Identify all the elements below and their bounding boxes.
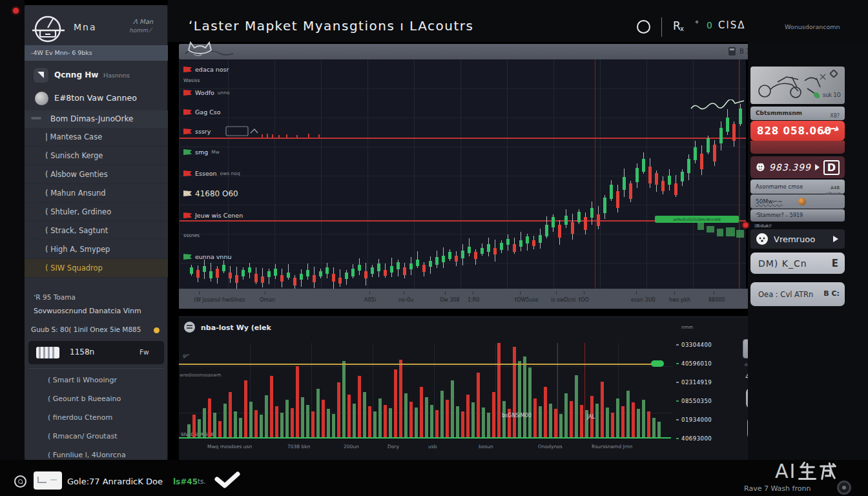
dog-icon	[756, 160, 765, 175]
volume-chart[interactable]	[179, 343, 675, 439]
watchlist-row[interactable]: smgMw	[183, 147, 220, 157]
volume-bar	[642, 400, 645, 437]
volume-bar	[575, 375, 578, 437]
gridline-vertical	[600, 59, 601, 289]
candle	[455, 256, 458, 262]
volume-bar	[409, 402, 413, 437]
sidebar-menu-item[interactable]: ( SIW Squadrop	[25, 259, 168, 278]
chart-toolbar[interactable]: B 1nv I	[179, 44, 846, 59]
section-label: Bom Dimas-JunoOrke	[50, 114, 133, 123]
watchlist-row[interactable]: edaca nosr	[183, 65, 229, 74]
axis-tick	[404, 291, 404, 294]
strip3-left: 50Mw⌐~	[756, 198, 783, 205]
sketch-preview-card[interactable]: suk 1O	[750, 67, 845, 104]
buy-price-button[interactable]: 983.399 D	[750, 156, 845, 178]
watchlist-label: eunna vnnu	[195, 253, 231, 260]
candle	[203, 266, 206, 272]
sidebar-section-row[interactable]: Bom Dimas-JunoOrke	[25, 110, 168, 128]
sell-price-button[interactable]: 828 058.060	[750, 121, 845, 141]
candle	[603, 198, 606, 213]
info-strip-4[interactable]: ʻStammer? ⎯ 5919	[750, 209, 845, 222]
rx-sub-glyph: x	[680, 25, 684, 32]
dm-kcn-button[interactable]: DM) K_Cn E	[750, 253, 845, 274]
sidebar-menu-item[interactable]: ( Rmacan/ Groutast	[25, 427, 168, 446]
volume-bar	[316, 389, 320, 437]
notifications-circle-icon[interactable]	[637, 20, 650, 34]
record-ring-icon[interactable]	[837, 480, 851, 495]
volume-bar	[621, 406, 625, 437]
candlestick-chart[interactable]: edaca nosrWasissWodfounnoGag Csosssrysmg…	[179, 59, 746, 289]
zero-value: 0	[707, 20, 712, 30]
info-line3[interactable]: Guub S: 80( 1inil Onex 5ie M885	[31, 326, 141, 333]
volume-bar	[487, 413, 490, 437]
shield-circle-icon[interactable]	[14, 475, 26, 488]
candle	[371, 267, 374, 274]
candle	[429, 261, 432, 267]
volume-bar	[626, 391, 630, 437]
white-box-icon[interactable]	[34, 471, 62, 490]
volume-bar	[611, 413, 614, 437]
volume-bar	[657, 422, 661, 437]
volume-bar	[291, 408, 294, 437]
sidebar-menu-item[interactable]: | Mantesa Case	[25, 128, 168, 147]
divider	[28, 368, 164, 369]
strip4-text: ʻStammer? ⎯ 5919	[756, 212, 803, 218]
sidebar-menu-item[interactable]: ( High A, Smypep	[25, 240, 168, 259]
sidebar-menu-item[interactable]: ( finerdou Ctenom	[25, 408, 168, 427]
sidebar-menu-item[interactable]: ( Mahun Ansund	[25, 184, 168, 203]
sidebar-user-row[interactable]: E#8ton Vaw Canneo	[25, 88, 168, 110]
open-chart-button[interactable]: Oea : Cvl ATRn B C:	[750, 282, 845, 306]
gridline-horizontal	[180, 88, 746, 89]
gridline-vertical	[274, 59, 275, 289]
volume-y-label: 40596010	[681, 360, 712, 367]
sidebar-menu-item[interactable]: ( Sunisch Kerge	[25, 147, 168, 165]
watchlist-label: smg	[195, 149, 208, 156]
sidebar-item-selected[interactable]: -4W Ev Mnn- 6 9bks	[25, 45, 168, 61]
watchlist-label: sssnes	[183, 232, 200, 238]
volume-bar	[322, 400, 325, 437]
volume-bar	[549, 404, 552, 437]
watchlist-row[interactable]: Gag Cso	[183, 107, 221, 117]
axis-label: esan 3U0	[631, 297, 656, 303]
volume-bar	[497, 343, 501, 437]
flag-icon	[183, 212, 192, 218]
checkmark-icon[interactable]	[213, 470, 243, 491]
watchlist-row[interactable]: sssry	[183, 127, 211, 136]
watchlist-row[interactable]: Wodfounno	[183, 88, 230, 98]
symbol-strip[interactable]: Cbtsmmmsnm X8?	[750, 107, 845, 120]
sidebar-menu-item[interactable]: ( Alsbow Genties	[25, 165, 168, 184]
watchlist-row[interactable]: sssnes	[183, 231, 200, 240]
watchlist-row[interactable]: Wasiss	[183, 76, 200, 85]
candle	[287, 273, 290, 278]
info-strip-3[interactable]: 50Mw⌐~	[750, 194, 845, 209]
volume-y-tick	[676, 344, 679, 346]
watch-row[interactable]: Vremruoo	[750, 229, 845, 249]
candle	[474, 252, 477, 259]
info-strip-2[interactable]: Asonmame cmse A4B whuun	[750, 180, 845, 194]
candle	[623, 177, 626, 190]
play-icon[interactable]	[833, 236, 838, 242]
candle	[254, 274, 258, 282]
cjk-cheng-glyph	[818, 461, 838, 482]
sidebar-menu-item[interactable]: ( Shtuler, Grdineo	[25, 203, 168, 222]
candle	[681, 172, 684, 181]
watchlist-row[interactable]: 41680 O60	[183, 189, 238, 198]
sidebar-menu-item[interactable]: ( Smart li Whooingr	[25, 371, 168, 389]
sidebar-hardware-card[interactable]: 1158n Fw	[28, 341, 164, 364]
candle	[487, 244, 490, 252]
sidebar-menu-item[interactable]: ( Geount b Rueeaino	[25, 389, 168, 408]
watchlist-row[interactable]: Esseonows noq	[183, 169, 240, 178]
watchlist-row[interactable]: Jeuw wis Cenen	[183, 211, 243, 220]
candle	[345, 273, 348, 279]
status-green-text: ls#45	[173, 477, 198, 486]
sidebar-menu-item[interactable]: ( Strack, Sagtunt	[25, 222, 168, 240]
candle	[552, 217, 555, 227]
candle	[242, 270, 245, 276]
sidebar-account-row[interactable]: Qcnng Hw Hasnnns	[25, 65, 168, 87]
gridline-vertical	[495, 343, 496, 439]
watchlist-row[interactable]: eunna vnnu	[183, 252, 231, 262]
volume-bar	[528, 367, 532, 437]
gridline-horizontal	[180, 205, 746, 205]
volume-bar	[229, 392, 232, 437]
volume-bar	[632, 402, 635, 437]
